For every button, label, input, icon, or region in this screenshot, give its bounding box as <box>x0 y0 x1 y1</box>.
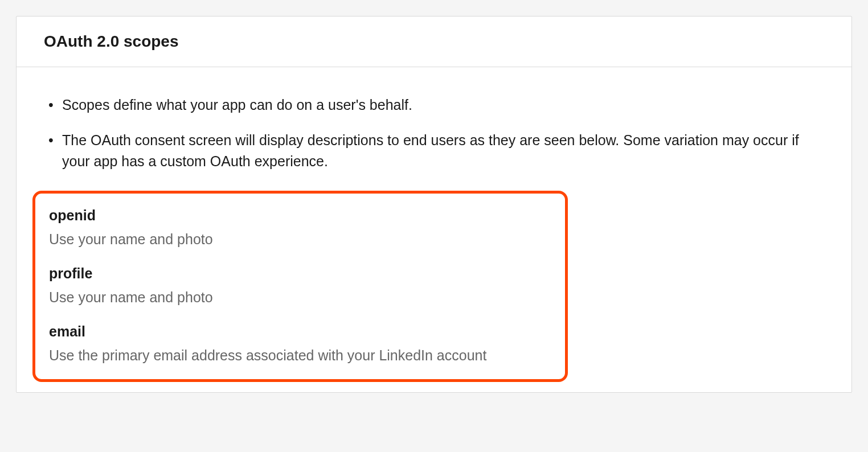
card-header: OAuth 2.0 scopes <box>17 17 851 67</box>
scope-name: email <box>49 323 551 340</box>
scope-description: Use your name and photo <box>49 229 551 249</box>
scope-item-email: email Use the primary email address asso… <box>49 323 551 365</box>
card-body: Scopes define what your app can do on a … <box>17 67 851 392</box>
bullet-item: Scopes define what your app can do on a … <box>44 94 824 116</box>
scopes-highlight-box: openid Use your name and photo profile U… <box>32 191 568 382</box>
scope-item-openid: openid Use your name and photo <box>49 207 551 249</box>
scope-item-profile: profile Use your name and photo <box>49 265 551 307</box>
scope-description: Use your name and photo <box>49 287 551 307</box>
scope-name: openid <box>49 207 551 224</box>
scope-description: Use the primary email address associated… <box>49 346 551 365</box>
oauth-scopes-card: OAuth 2.0 scopes Scopes define what your… <box>16 16 852 393</box>
bullet-list: Scopes define what your app can do on a … <box>44 94 824 172</box>
bullet-item: The OAuth consent screen will display de… <box>44 130 824 172</box>
card-title: OAuth 2.0 scopes <box>44 32 824 51</box>
scope-name: profile <box>49 265 551 282</box>
